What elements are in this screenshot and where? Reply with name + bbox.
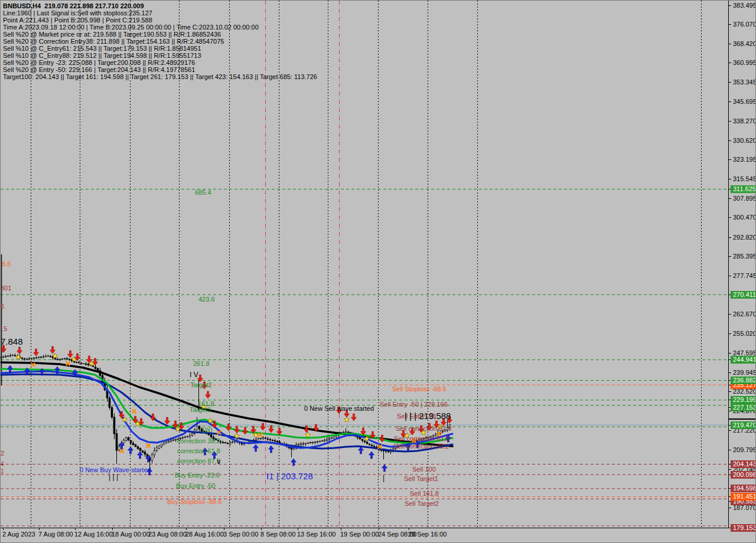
- price-level-badge: 194.598: [731, 485, 756, 492]
- price-tick: [728, 5, 731, 6]
- chart-annotation: 301: [1, 285, 11, 292]
- time-tick: [261, 528, 262, 530]
- price-axis-label: 209.795: [733, 446, 756, 454]
- info-line-9: Sell %20 @ Entry -50: 229.166 | Target:2…: [3, 66, 317, 73]
- time-tick: [3, 528, 4, 530]
- ma-royal: [1, 371, 452, 448]
- price-axis-label: 277.745: [733, 272, 756, 280]
- price-axis-label: 315.545: [733, 175, 756, 183]
- price-tick: [728, 102, 731, 102]
- info-line-10: Target100: 204.143 || Target 161: 194.59…: [3, 73, 317, 80]
- price-tick: [728, 276, 731, 276]
- chart-annotation: Target1: [190, 407, 211, 413]
- info-line-0: BNBUSD,H4 219.078 221.898 217.710 220.00…: [3, 2, 317, 9]
- chart-annotation: 1: [1, 469, 4, 475]
- price-tick: [728, 430, 731, 431]
- chart-annotation: 6: [1, 303, 4, 310]
- chart-annotation: ∨: [216, 458, 221, 465]
- signal-info-block: BNBUSD,H4 219.078 221.898 217.710 220.00…: [3, 2, 317, 80]
- chart-annotation: Buy Entry -23.6: [175, 472, 220, 479]
- price-level-badge: 270.411: [731, 291, 756, 299]
- chart-annotation: 261.8: [193, 361, 210, 367]
- time-tick: [39, 528, 40, 530]
- price-tick: [728, 159, 731, 160]
- chart-annotation: I1 | 203.728: [266, 472, 313, 480]
- price-tick: [728, 217, 731, 218]
- price-tick: [728, 237, 731, 238]
- price-axis[interactable]: 383.495376.070368.420360.995353.345345.6…: [728, 1, 756, 528]
- chart-annotation: I V: [190, 371, 198, 378]
- time-tick: [298, 528, 298, 530]
- price-level-badge: 227.153: [731, 404, 756, 411]
- chart-annotation: 423.6: [198, 296, 215, 303]
- chart-annotation: Sell correction 87.5: [396, 426, 451, 432]
- price-level-badge: 244.941: [731, 356, 756, 364]
- time-axis-label: 8 Sep 08:00: [260, 531, 295, 538]
- price-axis-label: 330.620: [733, 137, 756, 145]
- price-tick: [728, 469, 731, 470]
- chart-annotation: Buy Stoploss -88.6: [167, 499, 221, 505]
- price-tick: [728, 372, 731, 373]
- time-axis-label: 18 Aug 00:00: [112, 531, 150, 538]
- price-axis-label: 285.395: [733, 253, 756, 260]
- price-tick: [728, 353, 731, 354]
- price-axis-label: 262.670: [733, 310, 756, 318]
- chart-annotation: Sell Target2: [405, 501, 439, 507]
- price-tick: [728, 450, 731, 450]
- price-tick: [728, 333, 731, 334]
- info-line-6: Sell %10 @ C_Entry61: 215.543 || Target:…: [3, 45, 317, 52]
- info-line-3: Time A:2023.09.18 12:00:00 | Time B:2023…: [3, 24, 317, 31]
- price-marker-line: [729, 418, 756, 420]
- price-level-badge: 229.199: [731, 396, 756, 404]
- price-axis-label: 292.820: [733, 234, 756, 241]
- info-line-7: Sell %10 @ C_Entry88: 219.512 || Target:…: [3, 52, 317, 59]
- price-tick: [728, 44, 731, 44]
- chart-annotation: Sell correction 61.8: [394, 436, 449, 442]
- price-axis-label: 368.420: [733, 40, 756, 48]
- price-axis-label: 338.270: [733, 117, 756, 125]
- time-axis-label: 12 Aug 16:00: [74, 531, 113, 538]
- chart-canvas[interactable]: [1, 1, 756, 543]
- time-axis-label: 19 Sep 00:00: [340, 531, 379, 538]
- time-axis-label: 29 Sep 16:00: [408, 531, 447, 538]
- time-axis-label: 13 Sep 16:00: [297, 531, 335, 538]
- chart-annotation: correction 87.5: [177, 458, 220, 465]
- chart-annotation: Sell 161.8: [410, 490, 439, 497]
- time-tick: [112, 528, 113, 530]
- chart-annotation: correction 38.2: [177, 438, 220, 444]
- time-axis[interactable]: 2 Aug 20237 Aug 08:0012 Aug 16:0018 Aug …: [1, 528, 756, 543]
- chart-annotation: 100: [201, 427, 212, 434]
- price-axis-label: 239.945: [733, 369, 756, 377]
- chart-annotation: Sell correction 38.2: [393, 443, 449, 450]
- price-level-badge: 236.882: [731, 377, 756, 384]
- chart-annotation: Buy Entry -50: [176, 483, 216, 489]
- price-axis-label: 360.995: [733, 59, 756, 67]
- time-axis-label: 7 Aug 08:00: [38, 531, 73, 538]
- info-line-2: Point A:221.443 | Point B:205.998 | Poin…: [3, 17, 317, 24]
- price-axis-label: 300.470: [733, 214, 756, 221]
- info-line-5: Sell %20 @ Correction Entry38: 211.898 |…: [3, 38, 317, 45]
- price-axis-label: 307.895: [733, 195, 756, 202]
- chart-annotation: 7.848: [1, 337, 23, 346]
- price-tick: [728, 121, 731, 122]
- price-tick: [728, 256, 731, 257]
- time-tick: [341, 528, 341, 530]
- time-tick: [379, 528, 379, 530]
- chart-annotation: Target2: [190, 382, 212, 388]
- time-tick: [75, 528, 76, 530]
- chart-annotation: | | | 219.588: [405, 411, 451, 420]
- time-tick: [186, 528, 187, 530]
- chart-annotation: 685.4: [195, 189, 211, 196]
- price-axis-label: 353.345: [733, 78, 756, 86]
- price-tick: [728, 63, 731, 63]
- time-tick: [224, 528, 224, 530]
- chart-annotation: | | |: [109, 473, 118, 480]
- price-tick: [728, 140, 731, 141]
- time-axis-label: 28 Aug 16:00: [185, 531, 224, 538]
- chart-annotation: 2: [1, 450, 4, 457]
- chart-annotation: 4: [1, 462, 4, 467]
- chart-annotation: '.5: [1, 326, 7, 332]
- info-line-8: Sell %20 @ Entry -23: 225.088 | Target:2…: [3, 59, 317, 66]
- price-level-badge: 311.625: [731, 185, 756, 193]
- mt4-chart-window: 685.4423.6261.8Target2161.8Target1100cor…: [0, 0, 756, 543]
